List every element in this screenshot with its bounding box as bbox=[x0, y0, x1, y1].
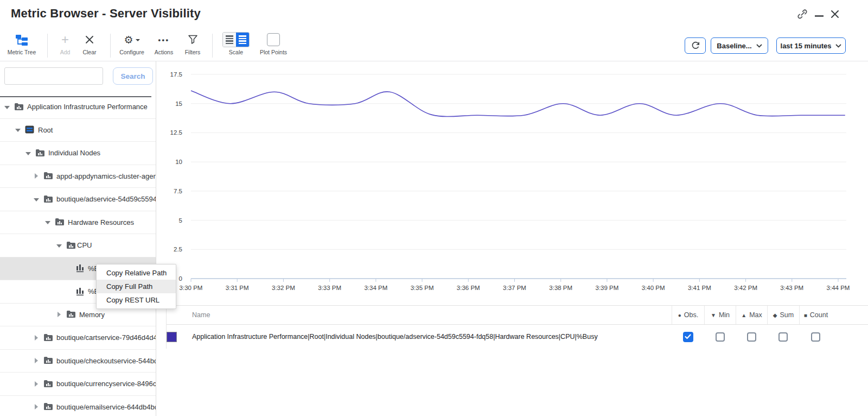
caret-right-icon[interactable] bbox=[35, 335, 38, 341]
clear-button[interactable]: Clear bbox=[78, 31, 101, 59]
x-tick-label: 3:40 PM bbox=[642, 285, 665, 291]
add-button: + Add bbox=[53, 31, 77, 59]
tree-item-hardware-resources[interactable]: Hardware Resources bbox=[0, 211, 156, 235]
tree-item-currencyservice[interactable]: boutique/currencyservice-8496cb5c7 bbox=[0, 373, 156, 396]
folder-metrics-icon bbox=[55, 218, 65, 226]
sum-column-header: ◆ Sum bbox=[767, 306, 799, 324]
metric-line-chart[interactable]: 02.557.51012.51517.53:30 PM3:31 PM3:32 P… bbox=[156, 61, 868, 296]
y-tick-label: 7.5 bbox=[174, 188, 182, 194]
add-icon: + bbox=[53, 31, 77, 48]
context-menu: Copy Relative Path Copy Full Path Copy R… bbox=[96, 264, 176, 309]
triangle-up-glyph-icon: ▲ bbox=[741, 312, 746, 318]
folder-metrics-icon bbox=[66, 310, 76, 319]
baseline-dropdown[interactable]: Baseline... bbox=[711, 37, 768, 54]
tree-item-emailservice[interactable]: boutique/emailservice-644db4bdf8-lc bbox=[0, 396, 156, 416]
tree-item-label: Individual Nodes bbox=[48, 142, 100, 165]
plot-points-checkbox[interactable] bbox=[267, 33, 280, 46]
chevron-down-icon bbox=[835, 44, 841, 48]
bar-chart-metric-icon bbox=[76, 287, 86, 295]
menu-item-copy-full-path[interactable]: Copy Full Path bbox=[97, 280, 176, 293]
copy-link-icon[interactable] bbox=[796, 8, 808, 22]
obs-checkbox[interactable] bbox=[683, 332, 693, 342]
root-node-icon bbox=[25, 125, 35, 134]
plot-points-toggle[interactable]: Plot Points bbox=[256, 31, 291, 59]
toolbar-divider bbox=[110, 34, 111, 58]
obs-checkbox-cell bbox=[672, 325, 704, 349]
y-tick-label: 15 bbox=[175, 100, 182, 107]
scale-linear-icon[interactable] bbox=[223, 33, 236, 47]
caret-down-icon[interactable] bbox=[45, 221, 50, 224]
menu-item-copy-relative-path[interactable]: Copy Relative Path bbox=[97, 266, 176, 280]
caret-right-icon[interactable] bbox=[35, 381, 38, 387]
tree-item-adservice[interactable]: boutique/adservice-54d59c5594-fdq58 bbox=[0, 188, 156, 211]
refresh-button[interactable] bbox=[685, 37, 706, 54]
sum-checkbox[interactable] bbox=[778, 332, 788, 342]
min-column-header: ▼ Min bbox=[704, 306, 736, 324]
configure-button[interactable]: ⚙ Configure bbox=[116, 31, 148, 59]
caret-right-icon[interactable] bbox=[35, 173, 38, 179]
x-tick-label: 3:42 PM bbox=[734, 285, 757, 291]
actions-button[interactable]: ••• Actions bbox=[151, 31, 177, 59]
tree-item-label: boutique/cartservice-79d46d4d46-9b bbox=[56, 326, 156, 349]
metric-tree-sidebar: Search Application Infrastructure Perfor… bbox=[0, 61, 156, 416]
tree-item-root[interactable]: Root bbox=[0, 119, 156, 142]
tree-item-individual-nodes[interactable]: Individual Nodes bbox=[0, 142, 156, 165]
x-tick-label: 3:41 PM bbox=[688, 285, 711, 291]
minimize-icon[interactable] bbox=[815, 15, 824, 17]
search-button[interactable]: Search bbox=[113, 67, 153, 85]
count-column-header: ■ Count bbox=[799, 306, 832, 324]
table-header-row: Name ● Obs. ▼ Min ▲ Max ◆ Sum ■ Count bbox=[167, 306, 868, 325]
max-column-header: ▲ Max bbox=[736, 306, 767, 324]
menu-item-copy-rest-url[interactable]: Copy REST URL bbox=[97, 293, 176, 307]
caret-down-icon bbox=[136, 39, 140, 41]
tree-item-cartservice[interactable]: boutique/cartservice-79d46d4d46-9b bbox=[0, 326, 156, 350]
table-row: Application Infrastructure Performance|R… bbox=[167, 325, 868, 349]
scale-toggle[interactable]: Scale bbox=[219, 31, 253, 59]
search-input[interactable] bbox=[4, 67, 103, 85]
scale-segmented-control[interactable] bbox=[222, 32, 250, 47]
series-color-swatch bbox=[167, 332, 177, 342]
x-tick-label: 3:44 PM bbox=[827, 285, 850, 291]
triangle-down-glyph-icon: ▼ bbox=[711, 312, 716, 318]
x-tick-label: 3:32 PM bbox=[272, 285, 295, 291]
folder-metrics-icon bbox=[35, 149, 45, 157]
tree-item-checkoutservice[interactable]: boutique/checkoutservice-544bdf649 bbox=[0, 350, 156, 373]
x-tick-label: 3:43 PM bbox=[780, 285, 803, 291]
min-checkbox[interactable] bbox=[716, 332, 725, 342]
count-checkbox[interactable] bbox=[811, 332, 820, 342]
caret-right-icon[interactable] bbox=[58, 312, 61, 317]
y-tick-label: 5 bbox=[179, 217, 182, 224]
max-checkbox[interactable] bbox=[747, 332, 756, 342]
chevron-down-icon bbox=[756, 44, 762, 48]
min-checkbox-cell bbox=[704, 325, 736, 349]
tree-item-label: boutique/checkoutservice-544bdf649 bbox=[56, 350, 156, 373]
tree-item-appd-cluster-agent[interactable]: appd-appdynamics-cluster-agent-app bbox=[0, 165, 156, 188]
caret-right-icon[interactable] bbox=[35, 358, 38, 363]
diamond-glyph-icon: ◆ bbox=[773, 312, 777, 318]
scale-log-icon-selected[interactable] bbox=[236, 33, 249, 47]
x-tick-label: 3:37 PM bbox=[503, 285, 526, 291]
caret-right-icon[interactable] bbox=[35, 404, 38, 409]
tree-item-cpu[interactable]: CPU bbox=[0, 234, 156, 257]
caret-down-icon[interactable] bbox=[4, 106, 10, 109]
toolbar-divider bbox=[212, 34, 213, 58]
y-tick-label: 12.5 bbox=[170, 129, 182, 136]
folder-metrics-icon bbox=[14, 103, 24, 111]
filters-button[interactable]: Filters bbox=[180, 31, 205, 59]
folder-metrics-icon bbox=[43, 333, 53, 342]
tree-item-label: Hardware Resources bbox=[68, 211, 134, 234]
x-tick-label: 3:35 PM bbox=[411, 285, 434, 291]
close-icon[interactable] bbox=[830, 9, 840, 21]
caret-down-icon[interactable] bbox=[25, 152, 31, 155]
metric-browser-window: Metric Browser - Server Visibility Metri… bbox=[0, 0, 868, 416]
refresh-icon bbox=[690, 40, 701, 51]
time-range-dropdown[interactable]: last 15 minutes bbox=[776, 37, 846, 54]
caret-down-icon[interactable] bbox=[34, 198, 39, 201]
caret-down-icon[interactable] bbox=[15, 129, 21, 132]
metric-tree-button[interactable]: Metric Tree bbox=[5, 31, 38, 59]
caret-down-icon[interactable] bbox=[56, 244, 62, 248]
max-checkbox-cell bbox=[736, 325, 767, 349]
x-tick-label: 3:38 PM bbox=[549, 285, 572, 291]
circle-glyph-icon: ● bbox=[678, 312, 681, 318]
tree-item-application-infrastructure-performance[interactable]: Application Infrastructure Performance bbox=[0, 96, 156, 119]
